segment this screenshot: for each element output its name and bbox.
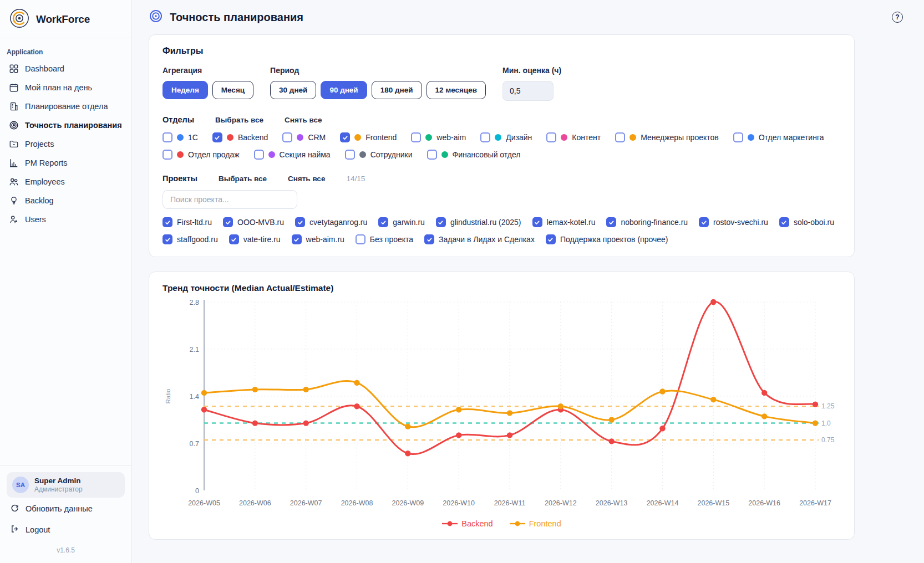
project-checkbox-item[interactable]: Задачи в Лидах и Сделках	[424, 234, 535, 244]
project-checkbox-item[interactable]: OOO-MVB.ru	[223, 217, 284, 227]
projects-checkbox-list: First-ltd.ru OOO-MVB.ru cvetytaganrog.ru…	[163, 217, 841, 244]
sidebar-item-dashboard[interactable]: Dashboard	[4, 59, 127, 78]
department-color-dot	[227, 134, 233, 141]
checkbox-icon[interactable]	[546, 234, 556, 244]
department-label: Отдел маркетинга	[759, 133, 824, 142]
department-checkbox-item[interactable]: Менеджеры проектов	[615, 132, 719, 142]
checkbox-icon[interactable]	[229, 234, 239, 244]
checkbox-icon[interactable]	[356, 234, 365, 244]
user-card[interactable]: SA Super Admin Администратор	[7, 472, 125, 498]
sidebar-item-planning-accuracy[interactable]: Точность планирования	[4, 116, 127, 135]
project-checkbox-item[interactable]: rostov-svechi.ru	[699, 217, 768, 227]
checkbox-icon[interactable]	[292, 234, 302, 244]
department-label: CRM	[308, 133, 326, 142]
page-title: Точность планирования	[170, 11, 303, 24]
department-checkbox-item[interactable]: Секция найма	[254, 150, 331, 160]
legend-item-frontend[interactable]: Frontend	[510, 519, 561, 528]
project-checkbox-item[interactable]: vate-tire.ru	[229, 234, 281, 244]
sidebar-item-employees[interactable]: Employees	[4, 172, 127, 191]
department-checkbox-item[interactable]: Сотрудники	[345, 150, 413, 160]
checkbox-icon[interactable]	[424, 234, 434, 244]
min-estimate-input[interactable]	[502, 81, 554, 101]
checkbox-icon[interactable]	[345, 150, 355, 160]
checkbox-icon[interactable]	[779, 217, 789, 227]
checkbox-icon[interactable]	[699, 217, 709, 227]
projects-clear-all-link[interactable]: Снять все	[288, 175, 325, 183]
svg-text:2026-W06: 2026-W06	[239, 499, 271, 507]
projects-label: Проекты	[163, 174, 197, 183]
projects-select-all-link[interactable]: Выбрать все	[219, 175, 267, 183]
checkbox-icon[interactable]	[163, 217, 172, 227]
project-checkbox-item[interactable]: Поддержка проектов (прочее)	[546, 234, 668, 244]
checkbox-icon[interactable]	[411, 132, 421, 142]
department-checkbox-item[interactable]: Контент	[546, 132, 601, 142]
project-checkbox-item[interactable]: web-aim.ru	[292, 234, 344, 244]
departments-clear-all-link[interactable]: Снять все	[285, 116, 322, 124]
aggregation-group: Агрегация НеделяМесяц	[163, 66, 253, 101]
checkbox-icon[interactable]	[606, 217, 616, 227]
checkbox-icon[interactable]	[223, 217, 233, 227]
refresh-data-button[interactable]: Обновить данные	[7, 498, 125, 515]
project-checkbox-item[interactable]: solo-oboi.ru	[779, 217, 834, 227]
department-checkbox-item[interactable]: Отдел продаж	[163, 150, 240, 160]
period-option-button-1[interactable]: 90 дней	[321, 81, 367, 99]
checkbox-icon[interactable]	[295, 217, 305, 227]
project-checkbox-item[interactable]: staffgood.ru	[163, 234, 218, 244]
department-checkbox-item[interactable]: Отдел маркетинга	[733, 132, 824, 142]
checkbox-icon[interactable]	[163, 132, 172, 142]
period-option-button-3[interactable]: 12 месяцев	[427, 81, 486, 99]
project-search-input[interactable]	[163, 190, 297, 209]
checkbox-icon[interactable]	[615, 132, 625, 142]
departments-select-all-link[interactable]: Выбрать все	[215, 116, 263, 124]
checkbox-icon[interactable]	[546, 132, 556, 142]
department-checkbox-item[interactable]: web-aim	[411, 132, 466, 142]
sidebar-item-pm-reports[interactable]: PM Reports	[4, 153, 127, 172]
checkbox-icon[interactable]	[378, 217, 388, 227]
sidebar-item-projects[interactable]: Projects	[4, 135, 127, 153]
checkbox-icon[interactable]	[436, 217, 446, 227]
project-checkbox-item[interactable]: noboring-finance.ru	[606, 217, 688, 227]
checkbox-icon[interactable]	[532, 217, 542, 227]
aggregation-option-button-1[interactable]: Месяц	[212, 81, 253, 99]
checkbox-icon[interactable]	[163, 234, 172, 244]
sidebar-item-backlog[interactable]: Backlog	[4, 191, 127, 210]
period-option-button-0[interactable]: 30 дней	[270, 81, 316, 99]
question-circle-icon[interactable]: ?	[892, 12, 903, 23]
department-checkbox-item[interactable]: Финансовый отдел	[427, 150, 521, 160]
project-label: lemax-kotel.ru	[547, 218, 596, 227]
checkbox-icon[interactable]	[163, 150, 172, 160]
project-checkbox-item[interactable]: cvetytaganrog.ru	[295, 217, 367, 227]
project-checkbox-item[interactable]: First-ltd.ru	[163, 217, 212, 227]
project-checkbox-item[interactable]: glindustrial.ru (2025)	[436, 217, 521, 227]
sidebar-item-department-planning[interactable]: Планирование отдела	[4, 97, 127, 116]
project-checkbox-item[interactable]: lemax-kotel.ru	[532, 217, 596, 227]
checkbox-icon[interactable]	[254, 150, 264, 160]
aggregation-option-button-0[interactable]: Неделя	[163, 81, 208, 99]
svg-text:Ratio: Ratio	[165, 389, 171, 404]
logout-button[interactable]: Logout	[7, 515, 125, 536]
department-checkbox-item[interactable]: Дизайн	[480, 132, 532, 142]
checkbox-icon[interactable]	[733, 132, 743, 142]
period-option-button-2[interactable]: 180 дней	[372, 81, 422, 99]
department-checkbox-item[interactable]: Backend	[212, 132, 268, 142]
checkbox-icon[interactable]	[282, 132, 292, 142]
trend-chart: 1.251.00.7500.71.42.12.8Ratio2026-W05202…	[163, 295, 841, 518]
sidebar-item-my-day-plan[interactable]: Мой план на день	[4, 78, 127, 97]
project-checkbox-item[interactable]: garwin.ru	[378, 217, 425, 227]
legend-item-backend[interactable]: Backend	[442, 519, 493, 528]
sidebar-item-users[interactable]: Users	[4, 210, 127, 229]
people-icon	[9, 177, 19, 187]
project-label: rostov-svechi.ru	[713, 218, 768, 227]
user-name: Super Admin	[34, 477, 83, 485]
departments-label: Отделы	[163, 115, 194, 124]
project-checkbox-item[interactable]: Без проекта	[356, 234, 413, 244]
department-checkbox-item[interactable]: CRM	[282, 132, 326, 142]
department-color-dot	[441, 151, 448, 158]
checkbox-icon[interactable]	[480, 132, 490, 142]
project-label: noboring-finance.ru	[621, 218, 688, 227]
checkbox-icon[interactable]	[427, 150, 437, 160]
checkbox-icon[interactable]	[212, 132, 222, 142]
checkbox-icon[interactable]	[340, 132, 350, 142]
department-checkbox-item[interactable]: Frontend	[340, 132, 397, 142]
department-checkbox-item[interactable]: 1C	[163, 132, 198, 142]
